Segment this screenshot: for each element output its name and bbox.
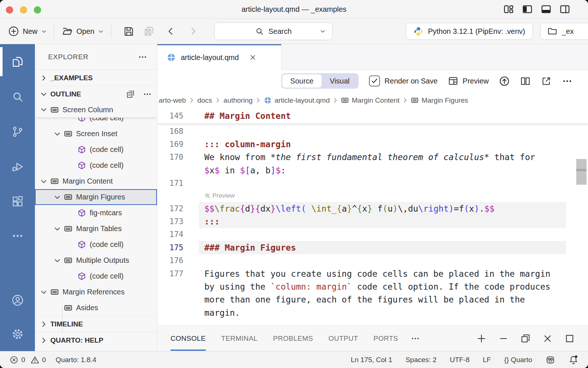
panel-tab-ports[interactable]: PORTS — [373, 326, 398, 351]
quarto-version-status[interactable]: Quarto: 1.8.4 — [55, 356, 96, 364]
code-line-wrap[interactable]: by using the `column: margin` code cell … — [157, 280, 588, 293]
outline-item-code-cell[interactable]: (code cell) — [35, 142, 157, 158]
outline-item-margin-figures[interactable]: Margin Figures — [35, 189, 157, 205]
panel-tab-output[interactable]: OUTPUT — [329, 326, 358, 351]
outline-item-code-cell[interactable]: (code cell) — [35, 268, 157, 284]
panel-plus-icon[interactable] — [476, 333, 487, 344]
code-line-173[interactable]: 173::: — [157, 215, 588, 228]
panel-minimize-icon[interactable] — [498, 333, 509, 344]
activity-run-debug-button[interactable] — [0, 149, 35, 184]
breadcrumb-item-authoring[interactable]: authoring — [223, 96, 252, 105]
panel-tab-console[interactable]: CONSOLE — [171, 326, 206, 351]
breadcrumb-item-article-layout-qmd[interactable]: article-layout.qmd — [264, 96, 330, 105]
outline-item-label: Margin References — [62, 288, 125, 296]
toggle-left-sidebar-icon[interactable] — [522, 4, 533, 15]
section-examples[interactable]: _EXAMPLES — [35, 70, 157, 86]
search-input[interactable]: Search — [214, 22, 333, 40]
visual-mode-button[interactable]: Visual — [322, 74, 358, 88]
eol-status[interactable]: LF — [483, 356, 491, 364]
outline-item-asides[interactable]: Asides — [35, 300, 157, 316]
code-line-170[interactable]: 170We know from *the first fundamental t… — [157, 151, 588, 164]
render-document-icon[interactable] — [499, 76, 510, 86]
workspace-button[interactable]: _ex — [540, 23, 588, 40]
tab-article-layout[interactable]: article-layout.qmd — [157, 44, 282, 70]
code-line-174[interactable]: 174 — [157, 228, 588, 241]
explorer-more-icon[interactable] — [138, 52, 147, 62]
breadcrumb-item-arto-web[interactable]: arto-web — [159, 96, 186, 105]
outline-item-multiple-outputs[interactable]: Multiple Outputs — [35, 252, 157, 268]
interpreter-selector[interactable]: Python 3.12.1 (PipEnv: .venv) — [406, 23, 533, 40]
preview-button[interactable]: Preview — [448, 76, 489, 86]
panel-restore-icon[interactable] — [520, 333, 531, 344]
navigate-back-button[interactable] — [166, 26, 175, 36]
code-line-wrap[interactable]: margin. — [157, 306, 588, 319]
toggle-right-sidebar-icon[interactable] — [559, 4, 570, 15]
save-button[interactable] — [123, 26, 135, 37]
activity-extensions-button[interactable] — [0, 184, 35, 219]
section-quarto-help[interactable]: QUARTO: HELP — [35, 332, 157, 348]
warning-count: 0 — [42, 356, 46, 364]
activity-source-control-button[interactable] — [0, 114, 35, 149]
code-line-145[interactable]: 145## Margin Content — [157, 109, 588, 123]
outline-item-margin-references[interactable]: Margin References — [35, 284, 157, 300]
outline-item-margin-content[interactable]: Margin Content — [35, 173, 157, 189]
collapse-all-icon[interactable] — [126, 90, 135, 99]
outline-item-code-cell[interactable]: (code cell) — [35, 237, 157, 252]
encoding-status[interactable]: UTF-8 — [450, 356, 470, 364]
notifications-bell-icon[interactable] — [569, 355, 578, 365]
code-line-172[interactable]: 172$$\frac{d}{dx}\left( \int_{a}^{x} f(u… — [157, 202, 588, 215]
section-timeline[interactable]: TIMELINE — [35, 316, 157, 332]
activity-more-button[interactable] — [0, 219, 35, 253]
scrollbar-thumb[interactable] — [576, 159, 587, 185]
code-editor[interactable]: 145## Margin Content168169::: column-mar… — [157, 109, 588, 325]
section-outline[interactable]: OUTLINE — [35, 86, 157, 102]
render-on-save-checkbox[interactable] — [369, 75, 380, 86]
outline-item-code-cell[interactable]: (code cell) — [35, 158, 157, 173]
outline-more-icon[interactable] — [143, 90, 152, 99]
code-line-wrap[interactable]: $x$ in $[a, b]$: — [157, 164, 588, 177]
code-line-171[interactable]: 171 — [157, 177, 588, 190]
activity-settings-button[interactable] — [0, 317, 35, 351]
panel-tab-problems[interactable]: PROBLEMS — [273, 326, 313, 351]
outline-item-fig-mtcars[interactable]: fig-mtcars — [35, 205, 157, 221]
code-line-176[interactable]: 176 — [157, 254, 588, 267]
panel-tabs: CONSOLETERMINALPROBLEMSOUTPUTPORTS — [171, 326, 398, 351]
save-all-button[interactable] — [143, 26, 155, 37]
breadcrumb-item-docs[interactable]: docs — [197, 96, 212, 105]
split-editor-icon[interactable] — [520, 76, 531, 86]
panel-more-icon[interactable] — [410, 334, 420, 343]
toggle-bottom-panel-icon[interactable] — [541, 4, 552, 15]
line-number: 145 — [157, 112, 189, 120]
code-line-168[interactable]: 168 — [157, 125, 588, 138]
outline-item-screen-column[interactable]: Screen Column — [35, 102, 157, 118]
outline-item-screen-inset[interactable]: Screen Inset — [35, 126, 157, 142]
assistant-icon[interactable] — [545, 355, 555, 365]
cursor-position-status[interactable]: Ln 175, Col 1 — [351, 356, 392, 364]
open-button[interactable]: Open — [62, 26, 104, 37]
code-line-169[interactable]: 169::: column-margin — [157, 138, 588, 151]
customize-layout-icon[interactable] — [503, 4, 514, 15]
problems-status[interactable]: 0 0 — [10, 355, 46, 364]
editor-more-icon[interactable] — [562, 76, 573, 86]
indentation-status[interactable]: Spaces: 2 — [405, 356, 437, 364]
breadcrumb-item-margin-figures[interactable]: Margin Figures — [411, 96, 468, 105]
activity-account-button[interactable] — [0, 283, 35, 317]
navigate-forward-button[interactable] — [189, 26, 198, 36]
panel-tab-terminal[interactable]: TERMINAL — [221, 326, 258, 351]
outline-item-margin-tables[interactable]: Margin Tables — [35, 221, 157, 237]
panel-maximize-icon[interactable] — [564, 333, 575, 344]
close-tab-icon[interactable] — [249, 54, 257, 61]
codelens-preview[interactable]: Preview — [157, 190, 588, 202]
breadcrumb-item-margin-content[interactable]: Margin Content — [341, 96, 399, 105]
language-mode-status[interactable]: {} Quarto — [504, 356, 532, 364]
code-line-175[interactable]: 175### Margin Figures — [157, 241, 588, 254]
activity-search-button[interactable] — [0, 79, 35, 114]
activity-explorer-button[interactable] — [0, 44, 35, 79]
panel-close-icon[interactable] — [542, 333, 553, 344]
code-line-177[interactable]: 177Figures that you create using code ce… — [157, 267, 588, 280]
new-button[interactable]: New — [8, 26, 47, 37]
outline-item-code-cell[interactable]: (code cell) — [35, 118, 157, 126]
code-line-wrap[interactable]: more than one figure, each of the figure… — [157, 293, 588, 306]
source-mode-button[interactable]: Source — [282, 74, 322, 88]
open-external-icon[interactable] — [541, 76, 552, 86]
